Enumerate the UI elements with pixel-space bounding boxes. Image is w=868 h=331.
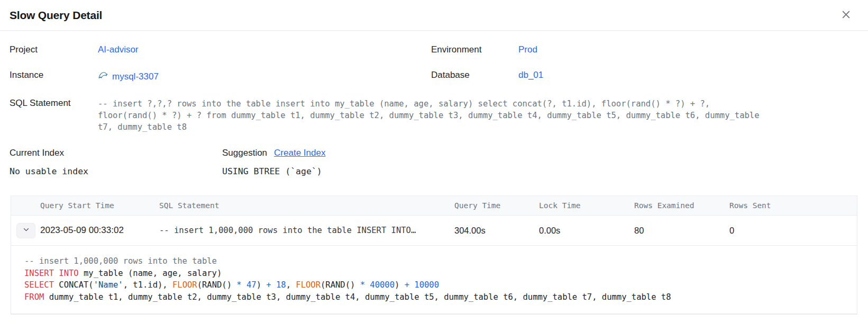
table-row[interactable]: 2023-05-09 00:33:02 -- insert 1,000,000 …: [11, 216, 857, 246]
close-button[interactable]: [838, 8, 853, 23]
environment-label: Environment: [431, 44, 518, 55]
cell-lock-time: 0.00s: [539, 226, 634, 236]
column-header-query-time: Query Time: [454, 201, 539, 210]
cell-rows-sent: 0: [729, 226, 857, 236]
chevron-down-icon: [23, 226, 30, 235]
index-values-row: No usable index USING BTREE (`age`): [10, 166, 858, 176]
mysql-dolphin-icon: [98, 70, 108, 83]
page-title: Slow Query Detail: [10, 9, 102, 22]
row-expand-button[interactable]: [16, 223, 35, 238]
index-labels-row: Current Index Suggestion Create Index: [10, 148, 858, 158]
database-link[interactable]: db_01: [518, 70, 543, 80]
environment-link[interactable]: Prod: [518, 44, 537, 55]
modal-header: Slow Query Detail: [0, 0, 868, 31]
info-row-project-environment: Project AI-advisor Environment Prod: [10, 44, 858, 55]
instance-label: Instance: [10, 70, 98, 80]
cell-sql-statement: -- insert 1,000,000 rows into the table …: [159, 226, 454, 235]
close-icon: [840, 9, 852, 22]
column-header-lock-time: Lock Time: [539, 201, 634, 210]
column-header-rows-examined: Rows Examined: [634, 201, 729, 210]
suggestion-value: USING BTREE (`age`): [222, 166, 322, 176]
cell-query-start-time: 2023-05-09 00:33:02: [40, 225, 159, 236]
expanded-sql-detail: -- insert 1,000,000 rows into the tableI…: [11, 246, 857, 314]
info-row-sql-statement: SQL Statement -- insert ?,?,? rows into …: [10, 98, 858, 133]
database-label: Database: [431, 70, 518, 80]
current-index-value: No usable index: [10, 166, 222, 176]
instance-link[interactable]: mysql-3307: [112, 71, 159, 82]
column-header-rows-sent: Rows Sent: [729, 201, 857, 210]
expanded-sql-code: -- insert 1,000,000 rows into the tableI…: [24, 255, 846, 303]
sql-statement-text: -- insert ?,?,? rows into the table inse…: [98, 98, 763, 133]
slow-query-table: Query Start Time SQL Statement Query Tim…: [11, 195, 857, 315]
cell-query-time: 304.00s: [454, 226, 539, 236]
cell-rows-examined: 80: [634, 226, 729, 236]
create-index-link[interactable]: Create Index: [274, 148, 325, 158]
sql-statement-label: SQL Statement: [10, 98, 98, 109]
column-header-query-start-time: Query Start Time: [40, 201, 159, 210]
suggestion-label: Suggestion: [222, 148, 267, 158]
table-header-row: Query Start Time SQL Statement Query Tim…: [11, 196, 857, 216]
query-info-section: Project AI-advisor Environment Prod Inst…: [0, 31, 868, 176]
project-label: Project: [10, 44, 98, 55]
info-row-instance-database: Instance mysql-3307 Database db_01: [10, 70, 858, 83]
column-header-sql-statement: SQL Statement: [159, 201, 454, 210]
project-link[interactable]: AI-advisor: [98, 44, 139, 55]
current-index-label: Current Index: [10, 148, 222, 158]
